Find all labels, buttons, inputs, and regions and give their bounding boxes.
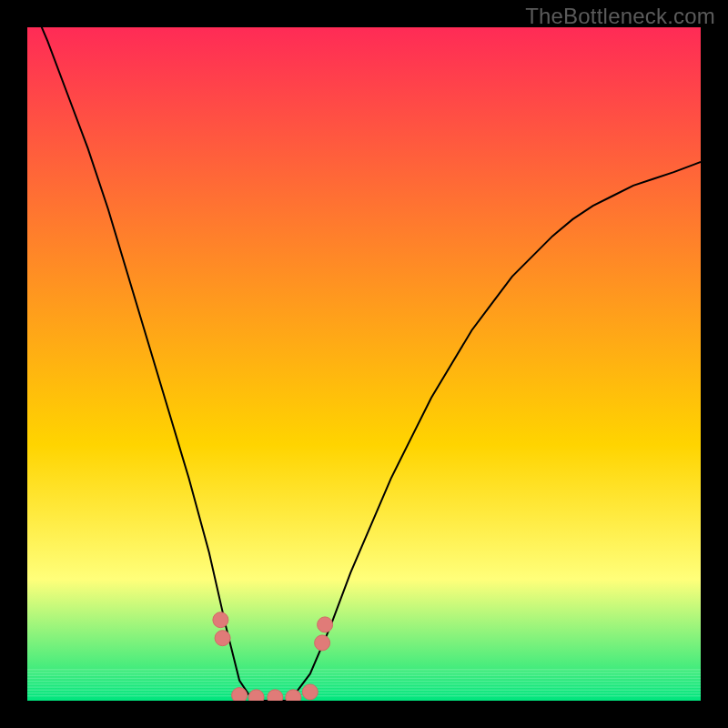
trough-marker bbox=[318, 617, 333, 632]
bottom-stripe bbox=[27, 681, 701, 682]
trough-marker bbox=[302, 684, 318, 700]
trough-marker bbox=[315, 635, 330, 651]
chart-frame: TheBottleneck.com bbox=[0, 0, 728, 728]
trough-marker bbox=[232, 688, 248, 701]
gradient-background bbox=[27, 27, 701, 701]
bottom-stripe bbox=[27, 675, 701, 676]
bottom-stripe bbox=[27, 683, 701, 684]
trough-marker bbox=[213, 612, 228, 628]
trough-marker bbox=[215, 631, 230, 646]
bottom-stripe bbox=[27, 690, 701, 691]
bottom-stripe bbox=[27, 669, 701, 670]
watermark-text: TheBottleneck.com bbox=[525, 4, 715, 29]
plot-area bbox=[27, 27, 701, 701]
bottom-stripe bbox=[27, 678, 701, 679]
bottleneck-chart bbox=[27, 27, 701, 701]
bottom-stripe bbox=[27, 672, 701, 672]
trough-marker bbox=[248, 690, 264, 701]
trough-marker bbox=[286, 690, 301, 701]
bottom-stripe bbox=[27, 693, 701, 693]
bottom-stripe bbox=[27, 695, 701, 696]
bottom-stripe bbox=[27, 686, 701, 687]
trough-marker bbox=[268, 690, 283, 701]
